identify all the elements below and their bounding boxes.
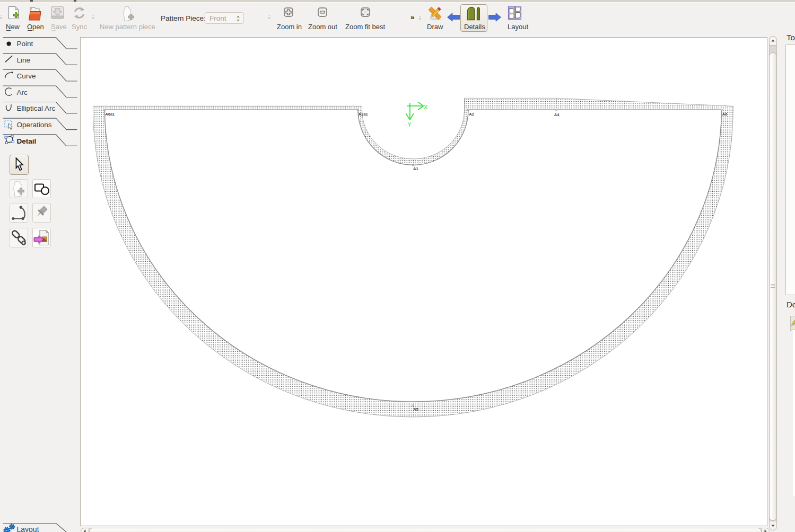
svg-text:Line: Line: [17, 56, 31, 64]
svg-text:A1: A1: [413, 166, 418, 171]
svg-text:A6: A6: [722, 112, 728, 117]
svg-text:Layout: Layout: [17, 525, 39, 532]
svg-text:A2: A2: [469, 112, 474, 117]
svg-text:Arc: Arc: [17, 88, 28, 96]
svg-text:A2a1: A2a1: [359, 112, 368, 117]
svg-text:A4: A4: [554, 112, 560, 117]
svg-text:A6a1: A6a1: [105, 112, 115, 117]
svg-text:Point: Point: [17, 40, 33, 48]
svg-text:A5: A5: [413, 407, 418, 412]
svg-text:Operations: Operations: [17, 121, 52, 129]
svg-text:Curve: Curve: [17, 72, 36, 80]
svg-text:Y: Y: [407, 121, 412, 128]
svg-text:Detail: Detail: [17, 137, 37, 145]
svg-text:Elliptical Arc: Elliptical Arc: [17, 104, 56, 112]
svg-text:X: X: [424, 104, 428, 110]
